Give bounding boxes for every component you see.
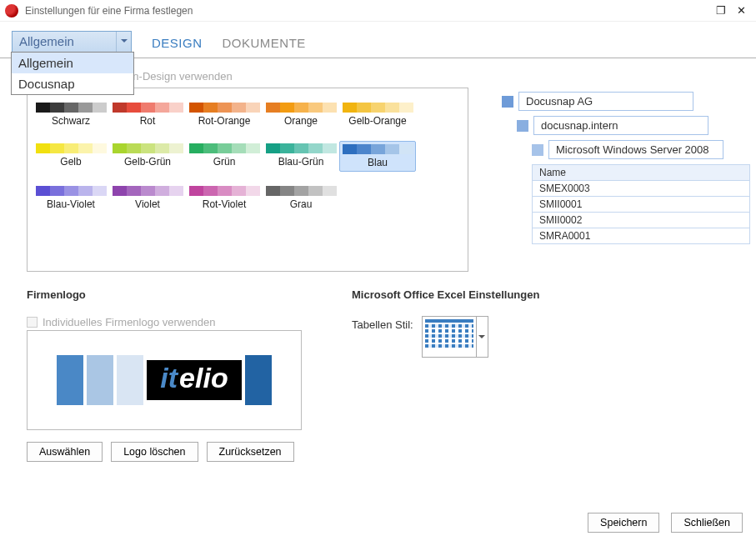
- logo-section: Firmenlogo Individuelles Firmenlogo verw…: [27, 288, 302, 462]
- logo-block: [87, 355, 113, 405]
- app-icon: [5, 4, 18, 18]
- swatch-label: Gelb-Orange: [341, 115, 414, 127]
- swatch-label: Grau: [264, 198, 338, 210]
- delete-logo-button[interactable]: Logo löschen: [111, 442, 198, 462]
- tree-domain: docusnap.intern: [517, 116, 750, 135]
- palette-box: SchwarzRotRot-OrangeOrangeGelb-OrangeGel…: [27, 88, 468, 272]
- swatch-label: Blau-Grün: [264, 156, 338, 168]
- table-row: SMII0001: [533, 197, 750, 213]
- scope-dropdown-value: Allgemein: [13, 34, 116, 48]
- excel-section: Microsoft Office Excel Einstellungen Tab…: [352, 288, 539, 462]
- swatch-orange[interactable]: Orange: [263, 100, 339, 129]
- content: Individuelles Firmen-Design verwenden Sc…: [0, 58, 756, 473]
- swatch-violet[interactable]: Violet: [109, 183, 186, 213]
- table-row: SMII0002: [533, 213, 750, 228]
- footer: Speichern Schließen: [588, 513, 743, 533]
- swatch-label: Gelb-Grün: [111, 156, 184, 168]
- choose-logo-button[interactable]: Auswählen: [27, 442, 103, 462]
- preview-table: Name SMEX0003SMII0001SMII0002SMRA0001: [532, 164, 750, 244]
- table-header: Name: [533, 165, 750, 181]
- dropdown-item-allgemein[interactable]: Allgemein: [12, 53, 133, 73]
- tree-domain-label: docusnap.intern: [533, 116, 708, 135]
- scope-dropdown[interactable]: Allgemein: [12, 31, 132, 53]
- reset-logo-button[interactable]: Zurücksetzen: [207, 442, 294, 462]
- tab-dokumente[interactable]: DOKUMENTE: [223, 33, 306, 50]
- logo-text-it: it: [160, 362, 178, 394]
- tab-bar: Allgemein Allgemein Docusnap DESIGN DOKU…: [0, 22, 756, 58]
- swatch-rot-orange[interactable]: Rot-Orange: [186, 100, 263, 129]
- preview-tree: Docusnap AG docusnap.intern Microsoft Wi…: [502, 70, 750, 272]
- swatch-label: Blau: [342, 157, 413, 168]
- company-icon: [502, 96, 513, 108]
- save-button[interactable]: Speichern: [588, 513, 659, 533]
- logo-checkbox-row: Individuelles Firmenlogo verwenden: [27, 316, 302, 328]
- tabellen-row: Tabellen Stil:: [352, 316, 539, 358]
- palette-section: Individuelles Firmen-Design verwenden Sc…: [27, 70, 468, 272]
- swatch-schwarz[interactable]: Schwarz: [33, 100, 109, 129]
- tree-company: Docusnap AG: [502, 92, 750, 111]
- logo-buttons: Auswählen Logo löschen Zurücksetzen: [27, 442, 302, 462]
- logo-block: [57, 355, 83, 405]
- swatch-label: Rot: [111, 115, 184, 127]
- chevron-down-icon: [476, 317, 488, 357]
- scope-dropdown-wrap: Allgemein Allgemein Docusnap: [12, 31, 132, 53]
- logo-text-elio: elio: [179, 362, 228, 394]
- window-title: Einstellungen für eine Firma festlegen: [25, 5, 711, 17]
- table-row: SMRA0001: [533, 228, 750, 244]
- dropdown-item-docusnap[interactable]: Docusnap: [12, 73, 133, 94]
- swatch-blau[interactable]: Blau: [339, 141, 416, 172]
- logo-heading: Firmenlogo: [27, 288, 302, 301]
- swatch-blau-grün[interactable]: Blau-Grün: [263, 141, 339, 172]
- tree-os-label: Microsoft Windows Server 2008: [548, 140, 723, 159]
- swatch-label: Schwarz: [34, 115, 108, 127]
- table-style-picker[interactable]: [422, 316, 488, 358]
- swatch-label: Blau-Violet: [34, 198, 108, 210]
- tree-company-label: Docusnap AG: [518, 92, 693, 111]
- swatch-label: Rot-Violet: [188, 198, 261, 210]
- top-row: Individuelles Firmen-Design verwenden Sc…: [27, 70, 729, 272]
- swatch-label: Grün: [188, 156, 261, 168]
- logo-preview: itelio: [27, 330, 302, 430]
- swatch-grau[interactable]: Grau: [263, 183, 339, 213]
- swatch-gelb[interactable]: Gelb: [33, 141, 109, 172]
- maximize-icon[interactable]: ❐: [711, 4, 731, 17]
- swatch-label: Rot-Orange: [188, 115, 261, 127]
- table-row: SMEX0003: [533, 181, 750, 197]
- swatch-label: Gelb: [34, 156, 108, 168]
- swatch-gelb-orange[interactable]: Gelb-Orange: [339, 100, 416, 129]
- bottom-row: Firmenlogo Individuelles Firmenlogo verw…: [27, 288, 729, 462]
- tab-design[interactable]: DESIGN: [152, 33, 203, 50]
- close-button[interactable]: Schließen: [671, 513, 743, 533]
- logo-checkbox-label: Individuelles Firmenlogo verwenden: [43, 316, 215, 328]
- excel-heading: Microsoft Office Excel Einstellungen: [352, 288, 539, 301]
- logo-wordmark: itelio: [147, 360, 241, 400]
- os-icon: [532, 144, 543, 156]
- tree-os: Microsoft Windows Server 2008: [532, 140, 750, 159]
- chevron-down-icon: [116, 32, 131, 52]
- swatch-gelb-grün[interactable]: Gelb-Grün: [109, 141, 186, 172]
- swatch-label: Violet: [111, 198, 184, 210]
- logo-block: [117, 355, 143, 405]
- scope-dropdown-list: Allgemein Docusnap: [11, 52, 134, 95]
- logo-checkbox[interactable]: [27, 317, 38, 328]
- swatch-rot-violet[interactable]: Rot-Violet: [186, 183, 263, 213]
- swatch-grün[interactable]: Grün: [186, 141, 263, 172]
- titlebar: Einstellungen für eine Firma festlegen ❐…: [0, 0, 756, 22]
- close-icon[interactable]: ✕: [731, 4, 751, 17]
- logo-block: [245, 355, 272, 405]
- domain-icon: [517, 120, 528, 132]
- swatch-blau-violet[interactable]: Blau-Violet: [33, 183, 109, 213]
- tabellen-label: Tabellen Stil:: [352, 316, 413, 331]
- swatch-rot[interactable]: Rot: [109, 100, 186, 129]
- table-style-preview: [423, 317, 476, 357]
- swatch-label: Orange: [264, 115, 338, 127]
